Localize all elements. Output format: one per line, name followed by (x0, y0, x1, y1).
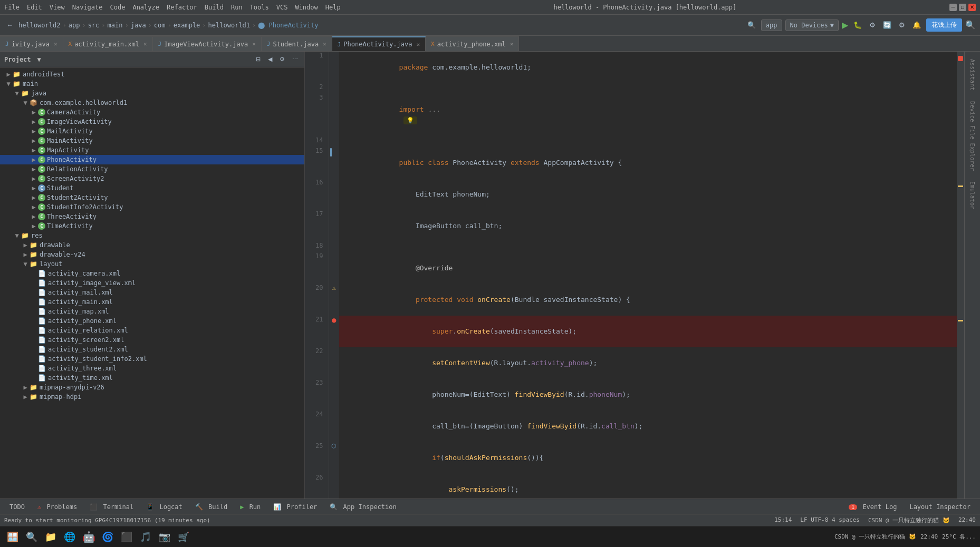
line-code[interactable]: EditText phoneNum; (339, 179, 957, 210)
tree-item-activity-student2-xml[interactable]: ▶ 📄 activity_student2.xml (0, 345, 304, 354)
tab-logcat[interactable]: 📱 Logcat (141, 502, 188, 512)
taskbar-icon-windows[interactable]: 🪟 (4, 529, 21, 545)
taskbar-icon-chrome[interactable]: 🌀 (99, 529, 116, 545)
line-code[interactable] (339, 242, 957, 252)
settings-icon[interactable]: ⚙ (897, 20, 907, 30)
menu-tools[interactable]: Tools (250, 4, 269, 11)
tree-item-layout[interactable]: ▼ 📁 layout (0, 259, 304, 269)
search-everywhere-button[interactable]: 🔍 (745, 20, 758, 30)
tab-phone-activity[interactable]: J PhoneActivity.java ✕ (332, 36, 426, 51)
tab-terminal[interactable]: ⬛ Terminal (84, 502, 139, 512)
tree-item-activity-image-view-xml[interactable]: ▶ 📄 activity_image_view.xml (0, 278, 304, 288)
line-code[interactable]: protected void onCreate(Bundle savedInst… (339, 284, 957, 316)
line-code[interactable]: import ... 💡 (339, 94, 957, 136)
tree-item-studentinfo2-activity[interactable]: ▶ C StudentInfo2Activity (0, 202, 304, 212)
breadcrumb-app[interactable]: app (69, 22, 80, 29)
sidebar-gear-icon[interactable]: ⋯ (290, 55, 300, 64)
upload-button[interactable]: 花钱上传 (926, 18, 962, 32)
sidebar-dropdown-icon[interactable]: ▼ (37, 56, 41, 63)
tree-item-activity-map-xml[interactable]: ▶ 📄 activity_map.xml (0, 307, 304, 316)
tree-item-phone-activity[interactable]: ▶ C PhoneActivity (0, 155, 304, 164)
line-code[interactable]: setContentView(R.layout.activity_phone); (339, 347, 957, 379)
tree-item-map-activity[interactable]: ▶ C MapActivity (0, 145, 304, 155)
tree-item-activity-three-xml[interactable]: ▶ 📄 activity_three.xml (0, 364, 304, 373)
line-code[interactable] (339, 136, 957, 147)
tree-item-screen-activity2[interactable]: ▶ C ScreenActivity2 (0, 174, 304, 183)
tab-close-icon[interactable]: ✕ (252, 41, 256, 47)
debug-button[interactable]: 🐛 (851, 20, 864, 30)
line-code[interactable]: super.onCreate(savedInstanceState); (339, 316, 957, 347)
tab-imageview-activity[interactable]: J ImageViewActivity.java ✕ (153, 36, 262, 51)
assistant-button[interactable]: Assistant (968, 56, 977, 94)
menu-vcs[interactable]: VCS (276, 4, 288, 11)
line-code[interactable]: phoneNum=(EditText) findViewByid(R.id.ph… (339, 379, 957, 411)
menu-run[interactable]: Run (231, 4, 243, 11)
menu-file[interactable]: File (4, 4, 20, 11)
breadcrumb-main[interactable]: main (108, 22, 123, 29)
tree-item-drawable[interactable]: ▶ 📁 drawable (0, 240, 304, 250)
menu-view[interactable]: View (50, 4, 65, 11)
sync-button[interactable]: 🔄 (881, 20, 893, 30)
tab-close-icon[interactable]: ✕ (323, 41, 326, 47)
run-button[interactable]: ▶ (842, 20, 848, 30)
hide-sidebar-button[interactable]: ◀ (266, 55, 274, 64)
tree-item-mipmap-hdpi[interactable]: ▶ 📁 mipmap-hdpi (0, 392, 304, 402)
menu-help[interactable]: Help (325, 4, 341, 11)
tree-item-activity-main-xml[interactable]: ▶ 📄 activity_main.xml (0, 297, 304, 307)
tab-close-icon[interactable]: ✕ (54, 41, 57, 47)
tree-item-camera-activity[interactable]: ▶ C CameraActivity (0, 108, 304, 117)
line-code[interactable]: ImageButton call_btn; (339, 210, 957, 242)
menu-code[interactable]: Code (110, 4, 126, 11)
breadcrumb-helloworld1[interactable]: helloworld1 (208, 22, 250, 29)
tree-item-time-activity[interactable]: ▶ C TimeActivity (0, 221, 304, 231)
tree-item-activity-relation-xml[interactable]: ▶ 📄 activity_relation.xml (0, 326, 304, 335)
device-selector[interactable]: No Devices ▼ (785, 19, 839, 31)
tree-item-drawable-v24[interactable]: ▶ 📁 drawable-v24 (0, 250, 304, 259)
tab-problems[interactable]: ⚠ Problems (32, 502, 82, 512)
breadcrumb-example[interactable]: example (174, 22, 200, 29)
tree-item-mipmap-anydpi[interactable]: ▶ 📁 mipmap-anydpi-v26 (0, 383, 304, 392)
tree-item-relation-activity[interactable]: ▶ C RelationActivity (0, 164, 304, 174)
line-code[interactable] (339, 83, 957, 94)
line-code[interactable]: @Override (339, 252, 957, 284)
taskbar-icon-terminal[interactable]: ⬛ (118, 529, 135, 545)
tab-app-inspection[interactable]: 🔍 App Inspection (324, 502, 401, 512)
tab-student-java[interactable]: J Student.java ✕ (262, 36, 332, 51)
tab-layout-inspector[interactable]: Layout Inspector (904, 502, 976, 512)
menu-edit[interactable]: Edit (27, 4, 42, 11)
taskbar-icon-search[interactable]: 🔍 (23, 529, 40, 545)
tree-item-res[interactable]: ▼ 📁 res (0, 231, 304, 240)
notification-button[interactable]: 🔔 (910, 20, 923, 30)
taskbar-icon-camera[interactable]: 📷 (156, 529, 173, 545)
device-file-explorer-button[interactable]: Device File Explorer (968, 98, 977, 174)
tree-item-activity-mail-xml[interactable]: ▶ 📄 activity_mail.xml (0, 288, 304, 297)
global-search-button[interactable]: 🔍 (965, 20, 976, 30)
tree-item-imageview-activity[interactable]: ▶ C ImageViewActivity (0, 117, 304, 126)
maximize-button[interactable]: □ (959, 4, 966, 11)
tab-close-icon[interactable]: ✕ (510, 41, 514, 47)
project-tree[interactable]: ▶ 📁 androidTest ▼ 📁 main ▼ 📁 java (0, 67, 304, 499)
tree-item-student[interactable]: ▶ C Student (0, 183, 304, 193)
line-code[interactable]: package com.example.helloworld1; (339, 52, 957, 83)
tree-item-activity-time-xml[interactable]: ▶ 📄 activity_time.xml (0, 373, 304, 383)
code-area[interactable]: 1 package com.example.helloworld1; 2 (305, 52, 957, 499)
tree-item-java[interactable]: ▼ 📁 java (0, 89, 304, 98)
breadcrumb-current[interactable]: ⬤ PhoneActivity (258, 22, 318, 29)
tab-profiler[interactable]: 📊 Profiler (268, 502, 322, 512)
tab-run[interactable]: ▶ Run (235, 502, 266, 512)
tree-item-package[interactable]: ▼ 📦 com.example.helloworld1 (0, 98, 304, 108)
tree-item-main[interactable]: ▼ 📁 main (0, 79, 304, 89)
taskbar-icon-files[interactable]: 📁 (42, 529, 59, 545)
breadcrumb-com[interactable]: com (154, 22, 166, 29)
breadcrumb-project[interactable]: helloworld2 (18, 22, 60, 29)
tree-item-mail-activity[interactable]: ▶ C MailActivity (0, 126, 304, 136)
menu-bar[interactable]: File Edit View Navigate Code Analyze Ref… (4, 4, 341, 11)
breadcrumb-java[interactable]: java (131, 22, 146, 29)
tab-build[interactable]: 🔨 Build (190, 502, 233, 512)
app-selector[interactable]: app (761, 19, 782, 31)
tab-close-icon[interactable]: ✕ (143, 41, 147, 47)
line-code[interactable]: askPermissions(); (339, 474, 957, 499)
menu-refactor[interactable]: Refactor (167, 4, 197, 11)
tree-item-three-activity[interactable]: ▶ C ThreeActivity (0, 212, 304, 221)
tree-item-activity-phone-xml[interactable]: ▶ 📄 activity_phone.xml (0, 316, 304, 326)
